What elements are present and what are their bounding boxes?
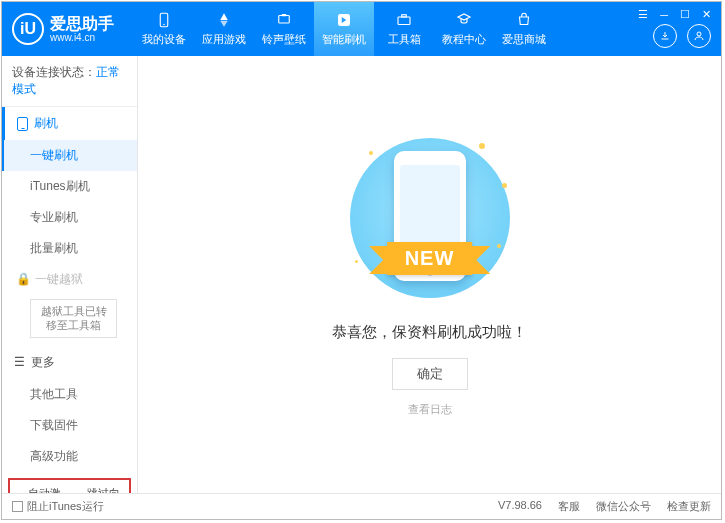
sidebar-item-pro[interactable]: 专业刷机 — [2, 202, 137, 233]
checkbox-icon — [12, 501, 23, 512]
footer-wechat[interactable]: 微信公众号 — [596, 499, 651, 514]
svg-point-7 — [697, 32, 701, 36]
version-label: V7.98.66 — [498, 499, 542, 514]
maximize-icon[interactable]: ☐ — [678, 6, 692, 23]
main-nav: 我的设备 应用游戏 铃声壁纸 智能刷机 工具箱 教程中心 爱思商城 — [134, 2, 554, 56]
phone-icon — [155, 11, 173, 29]
app-logo: iU 爱思助手 www.i4.cn — [12, 13, 114, 45]
titlebar: iU 爱思助手 www.i4.cn 我的设备 应用游戏 铃声壁纸 智能刷机 工具… — [2, 2, 721, 56]
success-message: 恭喜您，保资料刷机成功啦！ — [332, 323, 527, 342]
sidebar-group-flash[interactable]: 刷机 — [2, 107, 137, 140]
nav-label: 爱思商城 — [502, 32, 546, 47]
checkbox-label: 阻止iTunes运行 — [27, 499, 104, 514]
footer-update[interactable]: 检查更新 — [667, 499, 711, 514]
sidebar-group-more[interactable]: ☰ 更多 — [2, 346, 137, 379]
nav-my-device[interactable]: 我的设备 — [134, 2, 194, 56]
phone-icon — [17, 117, 28, 131]
new-ribbon: NEW — [387, 242, 473, 275]
checkbox-block-itunes[interactable]: 阻止iTunes运行 — [12, 499, 104, 514]
sidebar-item-itunes[interactable]: iTunes刷机 — [2, 171, 137, 202]
connection-label: 设备连接状态： — [12, 65, 96, 79]
confirm-button[interactable]: 确定 — [392, 358, 468, 390]
sidebar-label: 刷机 — [34, 115, 58, 132]
sidebar-item-batch[interactable]: 批量刷机 — [2, 233, 137, 264]
nav-label: 工具箱 — [388, 32, 421, 47]
sidebar-item-advanced[interactable]: 高级功能 — [2, 441, 137, 472]
svg-rect-3 — [282, 14, 287, 16]
view-log-link[interactable]: 查看日志 — [408, 402, 452, 417]
options-highlight: ✓自动激活 ✓跳过向导 — [8, 478, 131, 493]
download-button[interactable] — [653, 24, 677, 48]
sidebar-item-download-fw[interactable]: 下载固件 — [2, 410, 137, 441]
sidebar-item-oneclick[interactable]: 一键刷机 — [2, 140, 137, 171]
sidebar-label: 更多 — [31, 354, 55, 371]
sidebar: 设备连接状态：正常模式 刷机 一键刷机 iTunes刷机 专业刷机 批量刷机 🔒… — [2, 56, 138, 493]
statusbar: 阻止iTunes运行 V7.98.66 客服 微信公众号 检查更新 — [2, 493, 721, 519]
tutorial-icon — [455, 11, 473, 29]
sidebar-item-othertools[interactable]: 其他工具 — [2, 379, 137, 410]
main-content: NEW 恭喜您，保资料刷机成功啦！ 确定 查看日志 — [138, 56, 721, 493]
nav-label: 铃声壁纸 — [262, 32, 306, 47]
connection-status: 设备连接状态：正常模式 — [2, 56, 137, 107]
nav-shop[interactable]: 爱思商城 — [494, 2, 554, 56]
toolbox-icon — [395, 11, 413, 29]
minimize-icon[interactable]: ─ — [658, 7, 670, 23]
sidebar-item-jailbreak[interactable]: 🔒一键越狱 — [2, 264, 137, 295]
nav-label: 应用游戏 — [202, 32, 246, 47]
nav-ringtone[interactable]: 铃声壁纸 — [254, 2, 314, 56]
ringtone-icon — [275, 11, 293, 29]
window-controls: ☰ ─ ☐ ✕ — [636, 6, 713, 23]
nav-apps[interactable]: 应用游戏 — [194, 2, 254, 56]
close-icon[interactable]: ✕ — [700, 6, 713, 23]
nav-tutorial[interactable]: 教程中心 — [434, 2, 494, 56]
nav-label: 我的设备 — [142, 32, 186, 47]
svg-rect-6 — [402, 15, 407, 17]
app-title: 爱思助手 — [50, 15, 114, 33]
nav-label: 教程中心 — [442, 32, 486, 47]
shop-icon — [515, 11, 533, 29]
svg-rect-2 — [279, 16, 290, 24]
nav-label: 智能刷机 — [322, 32, 366, 47]
lock-icon: 🔒 — [16, 272, 31, 286]
svg-rect-5 — [398, 17, 410, 25]
app-subtitle: www.i4.cn — [50, 32, 114, 43]
jailbreak-note: 越狱工具已转移至工具箱 — [30, 299, 117, 338]
svg-point-1 — [163, 24, 165, 26]
checkbox-label: 跳过向导 — [87, 486, 125, 493]
sidebar-label: 一键越狱 — [35, 272, 83, 286]
nav-flash[interactable]: 智能刷机 — [314, 2, 374, 56]
flash-icon — [335, 11, 353, 29]
menu-icon[interactable]: ☰ — [636, 6, 650, 23]
nav-toolbox[interactable]: 工具箱 — [374, 2, 434, 56]
apps-icon — [215, 11, 233, 29]
logo-icon: iU — [12, 13, 44, 45]
success-illustration: NEW — [345, 133, 515, 303]
checkbox-label: 自动激活 — [28, 486, 66, 493]
checkbox-skip-setup[interactable]: ✓跳过向导 — [74, 486, 126, 493]
checkbox-auto-activate[interactable]: ✓自动激活 — [14, 486, 66, 493]
footer-service[interactable]: 客服 — [558, 499, 580, 514]
list-icon: ☰ — [14, 355, 25, 369]
user-button[interactable] — [687, 24, 711, 48]
